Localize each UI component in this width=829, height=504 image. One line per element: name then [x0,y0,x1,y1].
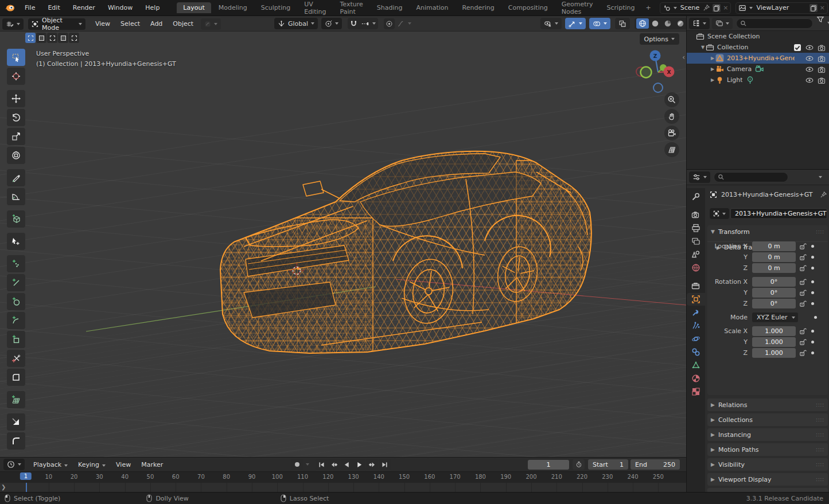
outliner-row-object-light[interactable]: ▶Light [687,75,829,85]
select-mode-subtract[interactable] [47,33,57,43]
frame-end-field[interactable]: End250 [630,459,680,470]
next-keyframe-button[interactable] [366,459,378,470]
disable-in-renders-icon[interactable] [818,65,826,73]
tool-add-cube[interactable] [7,210,25,228]
panel-collections[interactable]: ▶Collections:::: [707,413,828,426]
workspace-tab-uv-editing[interactable]: UV Editing [298,0,332,17]
tool-select-box[interactable] [7,49,25,66]
animate-property-dot[interactable] [811,302,814,305]
disable-in-renders-icon[interactable] [818,44,826,52]
menu-window[interactable]: Window [102,4,139,11]
object-name-input[interactable]: 2013+Hyundia+Genesis+GT [730,208,827,219]
lock-icon[interactable] [799,289,807,296]
options-button[interactable]: Options [640,33,679,45]
jump-to-end-button[interactable] [379,459,391,470]
properties-options-chevron[interactable] [819,176,822,178]
disable-in-renders-icon[interactable] [818,54,826,62]
animate-property-dot[interactable] [811,341,814,343]
value-slider[interactable]: 0 m [752,263,796,273]
tool-draw-arc[interactable] [7,312,25,329]
new-scene-icon[interactable] [713,4,721,12]
lock-icon[interactable] [799,243,807,250]
falloff-curve-icon[interactable] [397,20,405,28]
navigation-gizmo[interactable]: Z X [633,49,683,98]
hide-in-viewport-icon[interactable] [805,54,814,62]
tool-corner[interactable] [7,369,25,386]
tool-draw-line[interactable] [7,274,25,291]
tool-annotate[interactable] [7,169,25,186]
animate-property-dot[interactable] [811,267,814,269]
mode-dropdown[interactable]: Object Mode [28,18,85,30]
properties-tab-render[interactable] [687,209,705,221]
panel-viewport-display[interactable]: ▶Viewport Display:::: [707,473,828,486]
scene-name[interactable]: Scene [677,4,703,11]
timeline-ruler[interactable]: 1102030405060708090100110120130140150160… [0,471,686,483]
animate-property-dot[interactable] [814,316,817,319]
disclosure-triangle-icon[interactable]: ▼ [700,45,706,50]
timeline-menu-keying[interactable]: Keying [73,461,111,468]
viewlayer-selector[interactable]: ViewLayer × [735,2,828,14]
object-visibility-dropdown[interactable] [540,18,562,29]
hide-in-viewport-icon[interactable] [805,76,814,84]
pin-icon[interactable] [820,191,827,198]
auto-keying-button[interactable] [291,459,303,470]
value-slider[interactable]: 1.000 [752,348,796,358]
disable-in-renders-icon[interactable] [818,76,826,84]
pan-hand-button[interactable] [664,109,679,124]
outliner-item-label[interactable]: 2013+Hyundia+Genesis+GT [727,54,795,62]
animate-property-dot[interactable] [811,330,814,333]
outliner-row-collection[interactable]: ▼Collection [687,42,829,53]
outliner-display-mode-button[interactable] [712,18,733,29]
animate-property-dot[interactable] [811,351,814,354]
tool-tweak[interactable] [7,233,25,250]
tool-draw-points[interactable] [7,255,25,272]
viewport-menu-object[interactable]: Object [168,20,199,28]
menu-render[interactable]: Render [67,4,102,11]
camera-view-button[interactable] [664,126,679,140]
timeline-menu-playback[interactable]: Playback [28,461,73,468]
select-mode-extend[interactable] [36,33,46,43]
transform-orientation-dropdown[interactable]: Global [274,18,318,29]
workspace-tab-sculpting[interactable]: Sculpting [255,2,297,13]
tool-move[interactable] [7,90,25,107]
panel-visibility[interactable]: ▶Visibility:::: [707,458,828,471]
menu-help[interactable]: Help [139,4,166,11]
properties-tab-scene[interactable] [687,248,705,261]
shading-material-button[interactable] [661,18,674,29]
properties-tab-world[interactable] [687,261,705,274]
snap-target-icon[interactable] [361,20,369,28]
tool-fallback-button[interactable] [201,18,221,30]
panel-motion-paths[interactable]: ▶Motion Paths:::: [707,443,828,456]
filter-icon[interactable] [816,15,824,31]
tool-trim[interactable] [7,413,25,431]
animate-property-dot[interactable] [811,280,814,283]
tool-rotate[interactable] [7,109,25,126]
select-mode-intersect[interactable] [69,33,79,43]
properties-tab-data[interactable] [687,359,705,372]
properties-tab-modifiers[interactable] [687,306,705,319]
properties-tab-particles[interactable] [687,319,705,332]
tool-measure[interactable] [7,188,25,205]
timeline-track[interactable]: ❯ [0,483,686,493]
blender-logo-icon[interactable] [5,4,15,12]
lock-icon[interactable] [799,338,807,346]
panel-relations[interactable]: ▶Relations:::: [707,398,828,411]
value-slider[interactable]: 1.000 [752,337,796,347]
object-id-icon-button[interactable] [710,208,729,219]
camera-data-icon[interactable] [755,65,764,73]
value-slider[interactable]: 0° [752,277,796,287]
lock-icon[interactable] [799,264,807,272]
value-slider[interactable]: 0 m [752,252,796,262]
workspace-tab-rendering[interactable]: Rendering [456,2,501,13]
hide-in-viewport-icon[interactable] [805,44,814,52]
prev-keyframe-button[interactable] [328,459,340,470]
lock-icon[interactable] [799,278,807,286]
menu-edit[interactable]: Edit [41,4,66,11]
select-mode-new[interactable] [25,33,36,43]
frame-start-field[interactable]: Start1 [588,459,628,470]
tool-add-grid[interactable] [7,391,25,408]
workspace-tab-scripting[interactable]: Scripting [601,2,641,13]
workspace-tab-shading[interactable]: Shading [371,2,409,13]
outliner-search[interactable] [736,18,813,29]
editor-type-button[interactable] [2,18,24,30]
